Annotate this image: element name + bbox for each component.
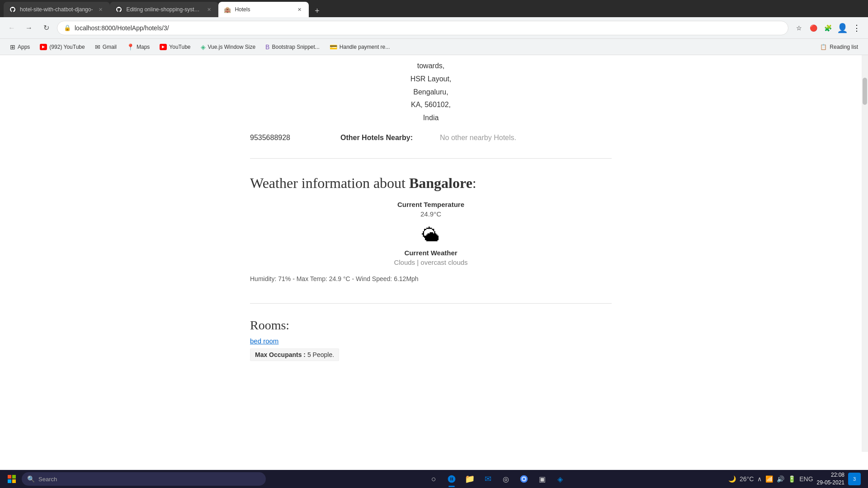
- address-line1: towards,: [417, 62, 444, 70]
- svg-rect-0: [8, 475, 11, 479]
- weather-center: Current Temperature 24.9°C 🌥 Current Wea…: [250, 201, 612, 266]
- tabs-bar: hotel-site-with-chatbot-django- ✕ Editin…: [0, 0, 868, 17]
- reading-list-icon: 📋: [820, 44, 827, 50]
- taskbar-app-chrome[interactable]: [516, 471, 532, 487]
- room-link[interactable]: bed room: [250, 337, 612, 345]
- hotel-phone: 9535688928: [250, 134, 340, 142]
- svg-rect-1: [12, 475, 16, 479]
- bookmark-apps[interactable]: ⊞ Apps: [5, 42, 34, 52]
- scrollbar-thumb[interactable]: [863, 78, 867, 105]
- url-bar[interactable]: 🔒 localhost:8000/HotelApp/hotels/3/: [57, 21, 788, 35]
- taskbar-app-vscode[interactable]: ◈: [552, 471, 568, 487]
- bookmark-yt-notif[interactable]: ▶ (992) YouTube: [35, 42, 89, 52]
- tab-2-close[interactable]: ✕: [205, 5, 213, 14]
- taskbar-app-edge[interactable]: [443, 471, 460, 487]
- tab-2[interactable]: Editing online-shopping-system- ✕: [110, 2, 218, 17]
- volume-icon: 🔊: [777, 475, 784, 483]
- weather-city: Bangalore: [409, 175, 472, 191]
- bookmarks-bar: ⊞ Apps ▶ (992) YouTube ✉ Gmail 📍 Maps ▶ …: [0, 39, 868, 55]
- bookmark-yt-notif-label: (992) YouTube: [49, 44, 85, 50]
- new-tab-button[interactable]: +: [311, 5, 323, 17]
- bookmark-vuejs-label: Vue.js Window Size: [208, 44, 256, 50]
- bookmarks-right: 📋 Reading list: [816, 42, 863, 52]
- menu-icon[interactable]: ⋮: [851, 22, 863, 34]
- tab-1-favicon: [9, 6, 16, 13]
- profile-icon[interactable]: 👤: [836, 22, 848, 34]
- max-occupants-label: Max Occupants :: [255, 351, 306, 358]
- address-line3: Bengaluru,: [413, 88, 448, 96]
- room-occupants-bar: Max Occupants : 5 People.: [250, 348, 339, 361]
- address-line4: KA, 560102,: [411, 101, 451, 108]
- hotel-address: towards, HSR Layout, Bengaluru, KA, 5601…: [250, 60, 612, 129]
- weather-icon-taskbar: 🌙: [728, 475, 736, 483]
- system-clock: 22:08 29-05-2021: [817, 471, 844, 487]
- forward-button[interactable]: →: [23, 22, 35, 34]
- scrollbar-track[interactable]: [862, 55, 868, 452]
- start-button[interactable]: [4, 471, 20, 487]
- tab-2-title: Editing online-shopping-system-: [126, 6, 201, 13]
- nearby-label: Other Hotels Nearby:: [340, 134, 440, 142]
- rooms-section: Rooms: bed room Max Occupants : 5 People…: [250, 311, 612, 368]
- tab-1-close[interactable]: ✕: [96, 5, 104, 14]
- address-bar: ← → ↻ 🔒 localhost:8000/HotelApp/hotels/3…: [0, 17, 868, 39]
- bookmark-maps-label: Maps: [137, 44, 150, 50]
- url-text: localhost:8000/HotelApp/hotels/3/: [75, 24, 782, 32]
- max-occupants-value: 5 People.: [307, 351, 334, 358]
- clock-time: 22:08: [817, 471, 844, 479]
- reading-list-button[interactable]: 📋 Reading list: [816, 42, 863, 52]
- notification-button[interactable]: 3: [848, 473, 861, 485]
- reload-button[interactable]: ↻: [40, 22, 52, 34]
- taskbar-right: 🌙 26°C ∧ 📶 🔊 🔋 ENG 22:08 29-05-2021 3: [728, 471, 864, 487]
- yt-favicon: ▶: [40, 44, 47, 50]
- taskbar-search[interactable]: 🔍 Search: [22, 472, 266, 486]
- divider-1: [250, 158, 612, 159]
- bookmark-vuejs[interactable]: ◈ Vue.js Window Size: [196, 42, 260, 52]
- cloud-icon: 🌥: [422, 225, 440, 245]
- star-icon[interactable]: ☆: [793, 22, 805, 34]
- weather-section: Weather information about Bangalore: Cur…: [250, 166, 612, 296]
- phone-nearby-row: 9535688928 Other Hotels Nearby: No other…: [250, 129, 612, 151]
- bookmark-youtube[interactable]: ▶ YouTube: [155, 42, 195, 52]
- bookmark-bootstrap-label: Bootstrap Snippet...: [272, 44, 319, 50]
- tab-3-close[interactable]: ✕: [295, 5, 303, 14]
- battery-icon: 🔋: [788, 475, 796, 483]
- bookmark-handle-payment[interactable]: 💳 Handle payment re...: [325, 42, 394, 52]
- lang-display: ENG: [799, 475, 813, 483]
- svg-rect-3: [12, 479, 16, 483]
- yt-favicon-2: ▶: [160, 44, 167, 50]
- svg-point-6: [523, 478, 526, 481]
- bookmark-bootstrap[interactable]: B Bootstrap Snippet...: [261, 42, 324, 52]
- address-line2: HSR Layout,: [410, 75, 452, 83]
- bookmark-gmail-label: Gmail: [103, 44, 117, 50]
- tab-2-favicon: [115, 6, 123, 13]
- back-button[interactable]: ←: [5, 22, 18, 34]
- svg-rect-2: [8, 479, 11, 483]
- bookmark-gmail[interactable]: ✉ Gmail: [90, 42, 121, 52]
- weather-heading-suffix: :: [472, 175, 476, 191]
- extensions-icon[interactable]: 🧩: [822, 22, 834, 34]
- weather-heading: Weather information about Bangalore:: [250, 175, 612, 192]
- search-placeholder: Search: [38, 476, 57, 483]
- notification-count: 3: [853, 476, 856, 482]
- taskbar: 🔍 Search ○ 📁 ✉ ◎ ▣ ◈: [0, 470, 868, 488]
- taskbar-app-terminal[interactable]: ▣: [534, 471, 550, 487]
- taskbar-app-outlook[interactable]: ✉: [480, 471, 496, 487]
- bookmark-youtube-label: YouTube: [169, 44, 190, 50]
- tab-1[interactable]: hotel-site-with-chatbot-django- ✕: [4, 2, 110, 17]
- clock-date: 29-05-2021: [817, 479, 844, 487]
- tab-3[interactable]: 🏨 Hotels ✕: [218, 2, 309, 17]
- weather-icon: 🌥: [250, 225, 612, 245]
- weather-heading-prefix: Weather information about: [250, 175, 409, 191]
- weather-stats: Humidity: 71% - Max Temp: 24.9 °C - Wind…: [250, 275, 612, 287]
- bookmark-maps[interactable]: 📍 Maps: [122, 42, 154, 52]
- current-weather-label: Current Weather: [250, 249, 612, 257]
- taskbar-app-cortana[interactable]: ○: [425, 471, 442, 487]
- chevron-up-icon[interactable]: ∧: [757, 475, 762, 483]
- bookmark-apps-label: Apps: [18, 44, 30, 50]
- collection-icon[interactable]: 🔴: [807, 22, 819, 34]
- taskbar-app-explorer[interactable]: 📁: [462, 471, 478, 487]
- weather-desc: Clouds | overcast clouds: [250, 258, 612, 266]
- bookmark-handle-payment-label: Handle payment re...: [340, 44, 390, 50]
- taskbar-app-dell[interactable]: ◎: [498, 471, 514, 487]
- toolbar-icons: ☆ 🔴 🧩 👤 ⋮: [793, 22, 863, 34]
